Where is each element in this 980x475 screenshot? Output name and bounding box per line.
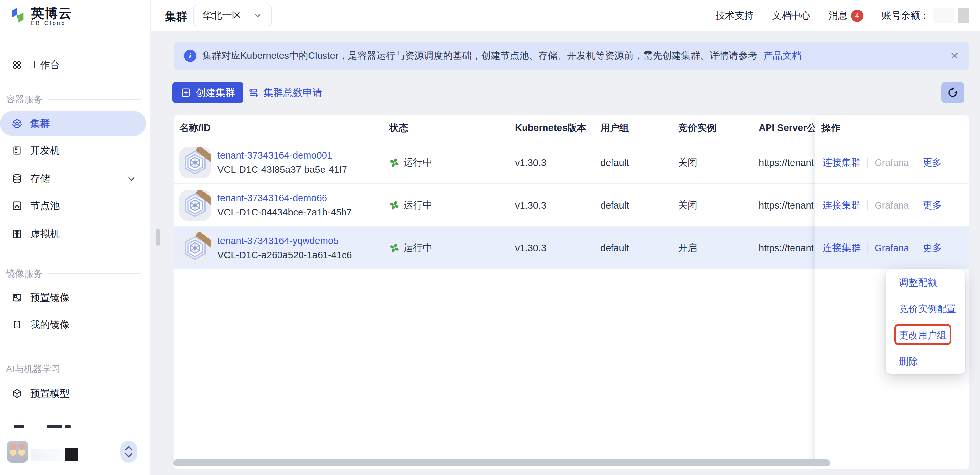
page-title: 集群 bbox=[165, 9, 187, 24]
row-actions: 连接集群 Grafana 更多 bbox=[816, 184, 969, 227]
col-spot: 竞价实例 bbox=[678, 115, 744, 141]
cluster-name-link[interactable]: tenant-37343164-demo66 bbox=[217, 193, 327, 204]
col-name: 名称/ID bbox=[179, 115, 376, 141]
menu-item-delete[interactable]: 删除 bbox=[899, 352, 918, 371]
sidebar-item-nodepool[interactable]: 节点池 bbox=[0, 193, 146, 218]
sidebar-section-ai: AI与机器学习 bbox=[6, 363, 141, 375]
action-divider bbox=[916, 200, 916, 210]
sidebar-item-my-images[interactable]: 我的镜像 bbox=[0, 312, 146, 337]
grafana-link-disabled: Grafana bbox=[875, 157, 909, 168]
nav-messages[interactable]: 消息 4 bbox=[829, 9, 864, 22]
more-actions-link[interactable]: 更多 bbox=[923, 241, 942, 255]
cluster-hexagon-icon bbox=[179, 232, 211, 264]
brand-logo[interactable]: 英博云 EB Cloud bbox=[9, 6, 72, 26]
status-text: 运行中 bbox=[404, 199, 432, 212]
region-value: 华北一区 bbox=[202, 9, 242, 22]
sidebar-item-storage[interactable]: 存储 bbox=[0, 166, 146, 191]
table-horizontal-scrollbar[interactable] bbox=[173, 459, 830, 467]
workbench-grid-icon bbox=[12, 60, 22, 70]
nav-support[interactable]: 技术支持 bbox=[716, 9, 754, 22]
spot-instance: 关闭 bbox=[678, 184, 697, 227]
banner-doc-link[interactable]: 产品文档 bbox=[763, 49, 801, 62]
sidebar-item-label: 存储 bbox=[30, 174, 50, 183]
nav-messages-label: 消息 bbox=[829, 9, 848, 22]
balance-redacted bbox=[933, 8, 955, 23]
action-divider bbox=[916, 243, 916, 253]
banner-text: 集群对应Kubernetes中的Cluster，是容器运行与资源调度的基础，创建… bbox=[202, 49, 757, 62]
spot-instance: 关闭 bbox=[678, 141, 697, 184]
cluster-name-link[interactable]: tenant-37343164-demo001 bbox=[217, 150, 332, 161]
sidebar-section-label: 容器服务 bbox=[6, 93, 43, 106]
menu-item-spot-config[interactable]: 竞价实例配置 bbox=[899, 300, 956, 319]
cluster-quota-request-link[interactable]: 集群总数申请 bbox=[248, 82, 323, 103]
info-banner: i 集群对应Kubernetes中的Cluster，是容器运行与资源调度的基础，… bbox=[174, 42, 969, 70]
user-avatar[interactable] bbox=[6, 441, 28, 462]
kubernetes-wheel-icon bbox=[12, 118, 22, 129]
chevron-down-icon bbox=[126, 173, 137, 184]
more-actions-link[interactable]: 更多 bbox=[923, 199, 942, 212]
balance-label: 账号余额： bbox=[882, 9, 929, 22]
create-cluster-button[interactable]: 创建集群 bbox=[172, 82, 243, 103]
more-actions-link[interactable]: 更多 bbox=[923, 156, 942, 169]
cluster-id: VCL-D1C-a260a520-1a61-41c6 bbox=[217, 250, 352, 260]
api-server-url: https://tenant bbox=[759, 243, 815, 253]
sidebar: 英博云 EB Cloud 工作台 容器服务 集群 bbox=[0, 0, 150, 475]
sidebar-scrollbar[interactable] bbox=[156, 229, 160, 246]
sidebar-item-preset-models[interactable]: 预置模型 bbox=[0, 381, 146, 406]
user-group: default bbox=[600, 141, 629, 184]
more-actions-dropdown-menu: 调整配额 竞价实例配置 更改用户组 删除 bbox=[886, 269, 965, 374]
cluster-hexagon-icon bbox=[179, 190, 211, 221]
k8s-version: v1.30.3 bbox=[515, 141, 546, 184]
cluster-id: VCL-D1C-04434bce-7a1b-45b7 bbox=[217, 207, 352, 218]
sidebar-item-label: 预置镜像 bbox=[30, 293, 70, 303]
k8s-version: v1.30.3 bbox=[515, 227, 546, 269]
banner-close-icon[interactable]: ✕ bbox=[950, 49, 959, 62]
section-divider bbox=[48, 273, 141, 274]
account-switcher-button[interactable] bbox=[120, 441, 137, 462]
sidebar-item-label: 虚拟机 bbox=[30, 229, 60, 239]
cluster-table-card: 名称/ID 状态 Kubernetes版本 用户组 竞价实例 API Serve… bbox=[174, 115, 969, 469]
top-header: 集群 华北一区 技术支持 文档中心 消息 4 账号余额： bbox=[151, 0, 980, 32]
annotation-highlight-box bbox=[894, 324, 951, 345]
row-actions-highlighted: 连接集群 Grafana 更多 bbox=[816, 227, 969, 269]
sidebar-section-label: AI与机器学习 bbox=[6, 363, 60, 375]
preset-model-cube-icon bbox=[12, 388, 22, 399]
cluster-quota-label: 集群总数申请 bbox=[263, 86, 323, 100]
sidebar-section-container: 容器服务 bbox=[6, 93, 141, 106]
action-divider bbox=[916, 158, 916, 167]
server-plus-icon bbox=[248, 87, 259, 98]
api-server-url: https://tenant bbox=[759, 200, 815, 211]
sidebar-item-cluster[interactable]: 集群 bbox=[0, 111, 146, 136]
connect-cluster-link[interactable]: 连接集群 bbox=[822, 241, 861, 255]
message-count-badge: 4 bbox=[851, 10, 864, 22]
my-image-icon bbox=[12, 319, 22, 330]
account-balance: 账号余额： bbox=[882, 8, 969, 23]
col-actions: 操作 bbox=[821, 115, 840, 141]
redacted-block bbox=[65, 448, 78, 461]
refresh-icon bbox=[947, 86, 959, 99]
sidebar-item-vm[interactable]: 虚拟机 bbox=[0, 222, 146, 246]
sidebar-section-images: 镜像服务 bbox=[6, 268, 141, 280]
brand-name: 英博云 bbox=[31, 6, 72, 20]
plus-square-icon bbox=[181, 88, 191, 98]
preset-image-icon bbox=[12, 292, 22, 303]
nav-docs[interactable]: 文档中心 bbox=[772, 9, 810, 22]
sidebar-item-devmachine[interactable]: 开发机 bbox=[0, 138, 146, 163]
connect-cluster-link[interactable]: 连接集群 bbox=[822, 199, 861, 212]
region-selector[interactable]: 华北一区 bbox=[193, 5, 272, 26]
menu-item-adjust-quota[interactable]: 调整配额 bbox=[899, 273, 937, 292]
chevron-down-icon bbox=[124, 452, 134, 458]
cluster-id: VCL-D1C-43f85a37-ba5e-41f7 bbox=[217, 164, 347, 175]
connect-cluster-link[interactable]: 连接集群 bbox=[822, 156, 861, 169]
sidebar-item-workbench[interactable]: 工作台 bbox=[0, 53, 146, 78]
sidebar-item-label: 集群 bbox=[30, 119, 50, 128]
sidebar-section-label: 镜像服务 bbox=[6, 268, 43, 280]
cluster-name-link[interactable]: tenant-37343164-yqwdemo5 bbox=[217, 236, 339, 246]
grafana-link[interactable]: Grafana bbox=[875, 243, 909, 253]
refresh-button[interactable] bbox=[941, 82, 964, 103]
cluster-hexagon-icon bbox=[179, 147, 211, 179]
virtual-machine-icon bbox=[12, 229, 22, 239]
sidebar-item-preset-images[interactable]: 预置镜像 bbox=[0, 285, 146, 310]
chevron-up-icon bbox=[124, 445, 134, 451]
api-server-url: https://tenant bbox=[759, 157, 815, 168]
